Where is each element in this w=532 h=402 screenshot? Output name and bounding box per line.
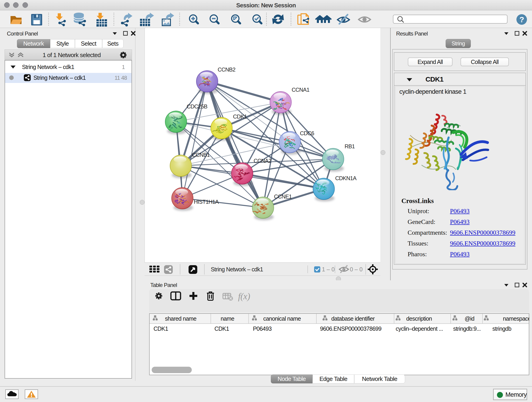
svg-text:CCNE1: CCNE1 bbox=[274, 193, 292, 200]
svg-text:stringdb: stringdb bbox=[492, 325, 511, 332]
svg-text:9606.ENSP00000378699: 9606.ENSP00000378699 bbox=[320, 325, 381, 332]
svg-text:database identifier: database identifier bbox=[331, 315, 375, 322]
svg-text:CCNA2: CCNA2 bbox=[254, 158, 272, 164]
svg-text:String Network – cdk1: String Network – cdk1 bbox=[211, 266, 263, 273]
svg-text:0 – 0: 0 – 0 bbox=[350, 266, 363, 273]
svg-text:CDK1: CDK1 bbox=[233, 114, 247, 120]
svg-text:shared name: shared name bbox=[165, 315, 196, 322]
svg-text:CCNB1: CCNB1 bbox=[192, 152, 210, 158]
svg-text:HIST1H1A: HIST1H1A bbox=[194, 199, 219, 205]
svg-text:1 of 1 Network selected: 1 of 1 Network selected bbox=[43, 51, 101, 58]
svg-text:cyclin–dependent ...: cyclin–dependent ... bbox=[396, 325, 443, 332]
svg-text:CDK1: CDK1 bbox=[215, 325, 229, 332]
svg-text:name: name bbox=[221, 315, 234, 322]
svg-text:CDKN1A: CDKN1A bbox=[335, 175, 356, 181]
svg-text:stringdb:9...: stringdb:9... bbox=[453, 325, 481, 332]
svg-text:1 – 0: 1 – 0 bbox=[322, 266, 335, 273]
svg-text:canonical name: canonical name bbox=[263, 315, 301, 322]
svg-text:CDK1: CDK1 bbox=[153, 325, 168, 332]
svg-text:f(x): f(x) bbox=[238, 291, 250, 301]
svg-text:RB1: RB1 bbox=[345, 143, 355, 149]
svg-text:description: description bbox=[406, 315, 432, 322]
svg-text:CDC6: CDC6 bbox=[300, 130, 314, 136]
svg-text:CCNB2: CCNB2 bbox=[218, 66, 235, 73]
svg-text:namespace: namespace bbox=[503, 315, 529, 322]
svg-text:@id: @id bbox=[465, 315, 474, 322]
svg-text:CCNA1: CCNA1 bbox=[292, 87, 310, 93]
svg-text:CDC25B: CDC25B bbox=[187, 103, 207, 109]
svg-text:P06493: P06493 bbox=[253, 325, 272, 332]
